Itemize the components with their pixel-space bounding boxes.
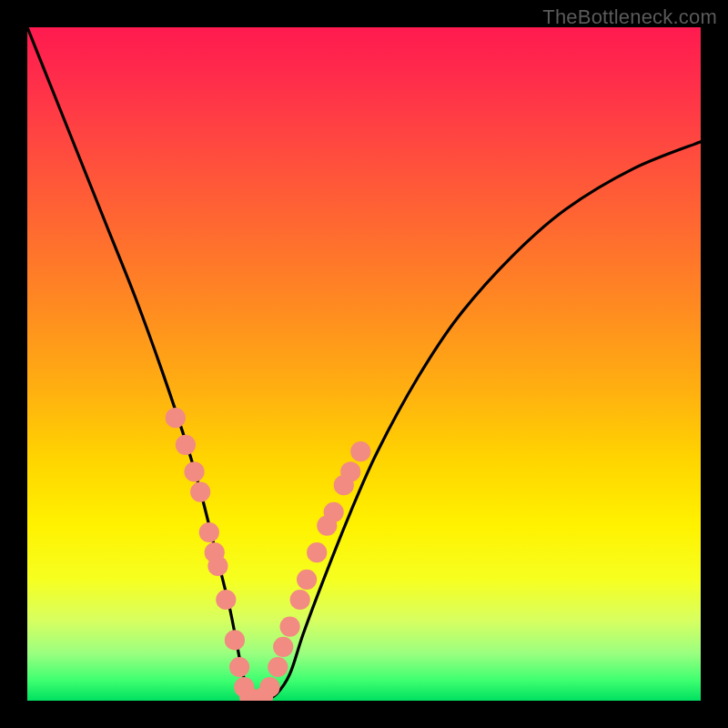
highlight-dot [307,542,327,562]
highlight-dot [268,657,288,677]
highlight-dot [199,522,219,542]
highlight-dot [259,677,279,697]
highlight-dot [324,502,344,522]
plot-area [27,27,701,701]
highlight-dot [166,408,186,428]
highlight-dot [207,556,228,576]
highlight-dots [166,408,371,701]
highlight-dot [190,482,210,502]
outer-frame: TheBottleneck.com [0,0,728,728]
highlight-dot [184,461,204,481]
highlight-dot [229,657,249,677]
highlight-dot [216,590,236,610]
highlight-dot [290,590,310,610]
watermark-text: TheBottleneck.com [542,5,717,29]
highlight-dot [297,570,317,590]
bottleneck-curve [27,27,701,701]
highlight-dot [280,617,300,637]
chart-svg [27,27,701,701]
highlight-dot [176,435,196,455]
highlight-dot [273,637,293,657]
highlight-dot [350,441,370,461]
highlight-dot [340,461,360,481]
highlight-dot [225,630,245,650]
